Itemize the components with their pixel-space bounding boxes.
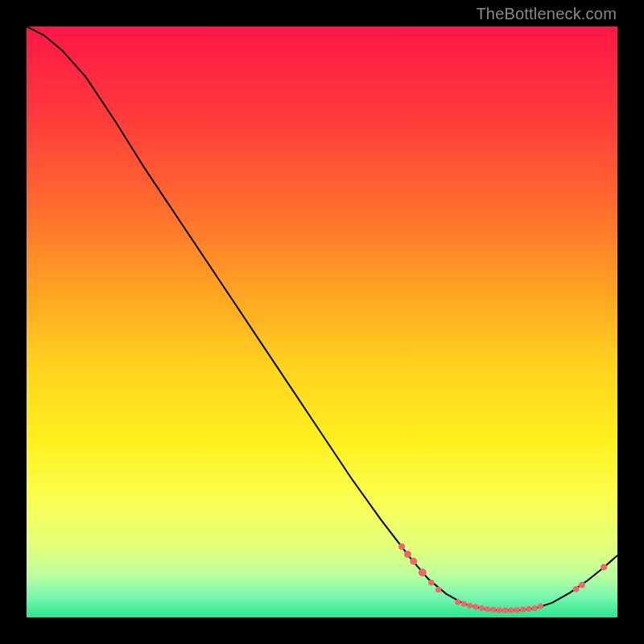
curve-marker (410, 558, 417, 565)
plot-frame (26, 26, 618, 618)
curve-marker (497, 608, 502, 613)
curve-marker (520, 606, 526, 612)
curve-layer (27, 27, 617, 617)
curve-marker (461, 601, 467, 607)
curve-marker (538, 603, 543, 609)
curve-marker (514, 607, 520, 613)
curve-marker (455, 599, 460, 605)
curve-marker (579, 582, 585, 588)
curve-marker (436, 587, 442, 593)
curve-marker (398, 543, 405, 550)
curve-marker (573, 586, 580, 592)
curve-marker (601, 564, 607, 571)
curve-marker (467, 603, 473, 609)
curve-marker (428, 580, 435, 586)
curve-markers (398, 543, 607, 613)
curve-marker (419, 568, 427, 576)
chart-stage: TheBottleneck.com (0, 0, 644, 644)
curve-marker (526, 606, 531, 612)
watermark-text: TheBottleneck.com (476, 5, 617, 23)
curve-marker (479, 605, 485, 611)
curve-marker (502, 608, 508, 613)
curve-marker (490, 607, 496, 613)
bottleneck-curve (27, 27, 617, 610)
curve-marker (473, 604, 478, 609)
curve-marker (532, 605, 538, 611)
curve-marker (404, 551, 411, 558)
curve-marker (508, 608, 514, 613)
curve-marker (485, 606, 490, 612)
